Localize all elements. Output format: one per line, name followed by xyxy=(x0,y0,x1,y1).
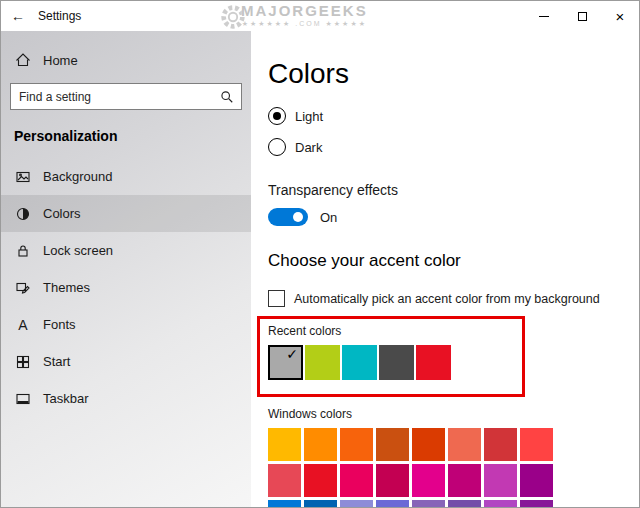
windows-color-swatch[interactable] xyxy=(304,464,337,497)
taskbar-icon xyxy=(15,391,31,407)
sidebar-item-label: Start xyxy=(43,354,70,369)
windows-color-swatch[interactable] xyxy=(376,428,409,461)
themes-icon xyxy=(15,280,31,296)
windows-color-swatch[interactable] xyxy=(268,500,301,508)
sidebar-item-label: Home xyxy=(43,53,78,68)
recent-colors-label: Recent colors xyxy=(268,324,619,338)
back-button[interactable]: ← xyxy=(1,1,35,31)
sidebar-item-fonts[interactable]: AFonts xyxy=(1,306,251,343)
windows-color-swatch[interactable] xyxy=(340,500,373,508)
toggle-state-label: On xyxy=(320,210,337,225)
sidebar: Home Personalization BackgroundColorsLoc… xyxy=(1,31,251,508)
home-icon xyxy=(15,52,31,68)
window-controls: × xyxy=(525,1,639,31)
search-input[interactable] xyxy=(11,84,241,109)
windows-color-swatch[interactable] xyxy=(268,464,301,497)
radio-selected-icon xyxy=(268,107,286,125)
windows-color-swatch[interactable] xyxy=(412,500,445,508)
start-icon xyxy=(15,354,31,370)
accent-section-heading: Choose your accent color xyxy=(268,251,619,271)
windows-colors-grid xyxy=(268,428,619,508)
titlebar-left: ← Settings xyxy=(1,1,81,31)
windows-color-swatch[interactable] xyxy=(340,464,373,497)
transparency-toggle[interactable] xyxy=(268,208,308,226)
windows-color-swatch[interactable] xyxy=(304,500,337,508)
sidebar-item-colors[interactable]: Colors xyxy=(1,195,251,232)
windows-color-swatch[interactable] xyxy=(412,428,445,461)
main-content: Colors Light Dark Transparency effects O… xyxy=(251,31,639,508)
sidebar-item-lock-screen[interactable]: Lock screen xyxy=(1,232,251,269)
windows-color-swatch[interactable] xyxy=(520,428,553,461)
sidebar-item-label: Colors xyxy=(43,206,81,221)
minimize-button[interactable] xyxy=(525,1,563,31)
sidebar-nav: BackgroundColorsLock screenThemesAFontsS… xyxy=(1,158,251,417)
search-box xyxy=(10,83,242,110)
windows-color-swatch[interactable] xyxy=(268,428,301,461)
checkbox-icon xyxy=(268,290,285,307)
maximize-icon xyxy=(578,12,587,21)
windows-color-swatch[interactable] xyxy=(448,500,481,508)
windows-color-swatch[interactable] xyxy=(448,464,481,497)
recent-color-swatch[interactable] xyxy=(305,345,340,380)
windows-color-swatch[interactable] xyxy=(304,428,337,461)
sidebar-item-home[interactable]: Home xyxy=(1,43,251,77)
windows-color-swatch[interactable] xyxy=(340,428,373,461)
light-mode-option[interactable]: Light xyxy=(268,107,619,125)
sidebar-item-label: Taskbar xyxy=(43,391,89,406)
dark-mode-option[interactable]: Dark xyxy=(268,138,619,156)
checkbox-label: Automatically pick an accent color from … xyxy=(294,292,600,306)
windows-color-swatch[interactable] xyxy=(484,428,517,461)
recent-color-swatch[interactable] xyxy=(379,345,414,380)
sidebar-item-label: Lock screen xyxy=(43,243,113,258)
colors-icon xyxy=(15,206,31,222)
window-body: Home Personalization BackgroundColorsLoc… xyxy=(1,31,639,508)
radio-unselected-icon xyxy=(268,138,286,156)
auto-accent-option[interactable]: Automatically pick an accent color from … xyxy=(268,290,619,307)
windows-color-swatch[interactable] xyxy=(484,500,517,508)
sidebar-item-start[interactable]: Start xyxy=(1,343,251,380)
recent-color-swatch[interactable] xyxy=(342,345,377,380)
sidebar-item-label: Themes xyxy=(43,280,90,295)
titlebar: ← Settings × xyxy=(1,1,639,31)
sidebar-item-label: Fonts xyxy=(43,317,76,332)
windows-color-swatch[interactable] xyxy=(520,500,553,508)
windows-color-swatch[interactable] xyxy=(448,428,481,461)
minimize-icon xyxy=(539,16,549,17)
sidebar-item-label: Background xyxy=(43,169,112,184)
search-icon xyxy=(220,90,234,108)
windows-color-swatch[interactable] xyxy=(412,464,445,497)
windows-color-swatch[interactable] xyxy=(484,464,517,497)
sidebar-item-taskbar[interactable]: Taskbar xyxy=(1,380,251,417)
window-title: Settings xyxy=(38,9,81,23)
maximize-button[interactable] xyxy=(563,1,601,31)
close-button[interactable]: × xyxy=(601,1,639,31)
sidebar-item-themes[interactable]: Themes xyxy=(1,269,251,306)
recent-color-swatch[interactable]: ✓ xyxy=(268,345,303,380)
fonts-icon: A xyxy=(15,317,31,333)
recent-colors-section: Recent colors ✓ xyxy=(268,324,619,380)
lock-icon xyxy=(15,243,31,259)
check-icon: ✓ xyxy=(286,346,298,363)
recent-color-swatch[interactable] xyxy=(416,345,451,380)
recent-colors-row: ✓ xyxy=(268,345,619,380)
windows-colors-label: Windows colors xyxy=(268,407,619,421)
windows-color-swatch[interactable] xyxy=(520,464,553,497)
sidebar-section-heading: Personalization xyxy=(14,128,251,144)
page-title: Colors xyxy=(268,57,619,91)
sidebar-item-background[interactable]: Background xyxy=(1,158,251,195)
settings-window: ← Settings × MAJORGEEKS ★★★★★★ .COM ★★★★… xyxy=(0,0,640,508)
background-icon xyxy=(15,169,31,185)
transparency-label: Transparency effects xyxy=(268,182,619,198)
transparency-toggle-row: On xyxy=(268,208,619,226)
windows-color-swatch[interactable] xyxy=(376,464,409,497)
windows-color-swatch[interactable] xyxy=(376,500,409,508)
radio-label: Dark xyxy=(295,140,322,155)
close-icon: × xyxy=(616,9,625,24)
back-icon: ← xyxy=(11,8,25,24)
radio-label: Light xyxy=(295,109,323,124)
